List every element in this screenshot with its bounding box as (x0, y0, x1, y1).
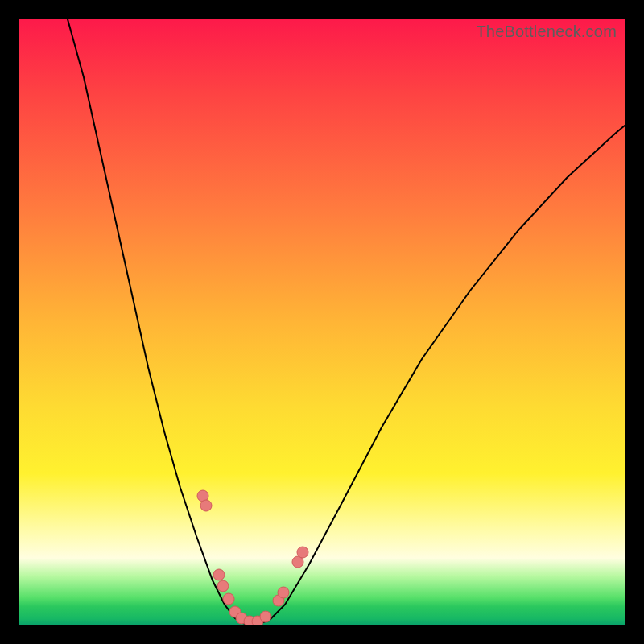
marker-group (197, 490, 308, 625)
data-marker (297, 547, 308, 558)
data-marker (260, 611, 271, 622)
chart-plot-area: TheBottleneck.com (19, 19, 625, 625)
data-marker (278, 587, 289, 598)
data-marker (217, 580, 229, 592)
data-marker (200, 500, 212, 511)
chart-frame: TheBottleneck.com (0, 0, 644, 644)
data-marker (213, 569, 225, 580)
data-marker (223, 593, 234, 605)
watermark-label: TheBottleneck.com (476, 23, 617, 41)
marker-layer (19, 19, 625, 625)
